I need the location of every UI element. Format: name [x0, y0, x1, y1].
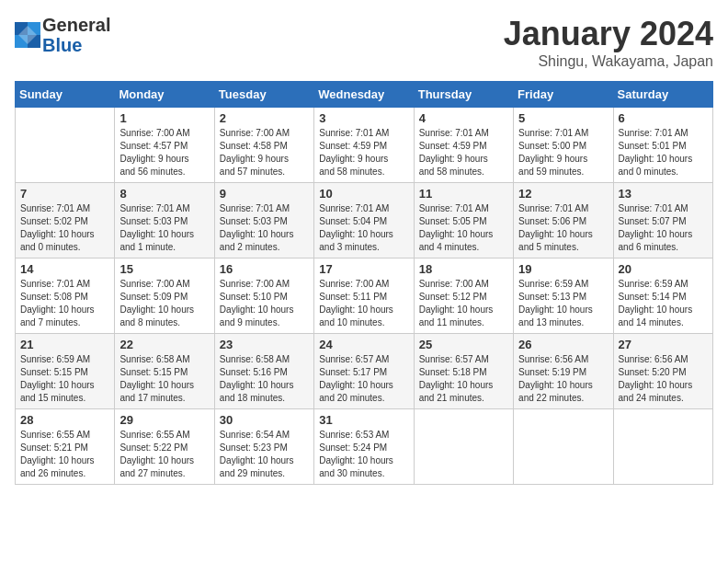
calendar-cell: 9Sunrise: 7:01 AMSunset: 5:03 PMDaylight… [214, 183, 313, 259]
day-number: 21 [20, 338, 109, 351]
logo-general: General [42, 15, 110, 35]
day-number: 25 [419, 338, 508, 351]
calendar-cell: 11Sunrise: 7:01 AMSunset: 5:05 PMDayligh… [414, 183, 513, 259]
calendar-cell [514, 409, 613, 485]
day-number: 11 [419, 187, 508, 201]
calendar-cell: 24Sunrise: 6:57 AMSunset: 5:17 PMDayligh… [314, 334, 414, 409]
day-info: Sunrise: 7:00 AMSunset: 4:58 PMDaylight:… [220, 127, 309, 178]
day-info: Sunrise: 7:00 AMSunset: 5:11 PMDaylight:… [319, 278, 408, 329]
calendar-week-1: 7Sunrise: 7:01 AMSunset: 5:02 PMDaylight… [16, 183, 713, 259]
day-number: 1 [119, 111, 209, 125]
calendar-cell: 5Sunrise: 7:01 AMSunset: 5:00 PMDaylight… [514, 108, 613, 183]
day-info: Sunrise: 7:01 AMSunset: 5:00 PMDaylight:… [518, 127, 608, 178]
day-number: 19 [518, 262, 608, 276]
day-info: Sunrise: 7:01 AMSunset: 5:06 PMDaylight:… [518, 202, 608, 254]
calendar-cell: 8Sunrise: 7:01 AMSunset: 5:03 PMDaylight… [115, 183, 214, 259]
calendar-cell: 2Sunrise: 7:00 AMSunset: 4:58 PMDaylight… [214, 108, 313, 183]
day-number: 5 [518, 111, 608, 125]
calendar-cell: 26Sunrise: 6:56 AMSunset: 5:19 PMDayligh… [514, 334, 613, 409]
day-info: Sunrise: 7:01 AMSunset: 5:08 PMDaylight:… [20, 278, 109, 329]
calendar-cell: 31Sunrise: 6:53 AMSunset: 5:24 PMDayligh… [314, 409, 414, 485]
calendar-cell: 22Sunrise: 6:58 AMSunset: 5:15 PMDayligh… [115, 334, 214, 409]
day-info: Sunrise: 7:00 AMSunset: 5:10 PMDaylight:… [220, 278, 309, 329]
day-info: Sunrise: 6:57 AMSunset: 5:17 PMDaylight:… [319, 353, 408, 405]
calendar-cell: 28Sunrise: 6:55 AMSunset: 5:21 PMDayligh… [16, 409, 115, 485]
day-number: 18 [419, 262, 508, 276]
day-number: 20 [619, 262, 708, 276]
weekday-header-friday: Friday [514, 82, 613, 108]
calendar-cell: 18Sunrise: 7:00 AMSunset: 5:12 PMDayligh… [414, 259, 513, 334]
day-number: 4 [419, 111, 508, 125]
day-number: 22 [119, 338, 209, 351]
day-number: 16 [220, 262, 309, 276]
day-number: 24 [319, 338, 408, 351]
day-info: Sunrise: 7:01 AMSunset: 5:01 PMDaylight:… [619, 127, 708, 178]
calendar-cell: 14Sunrise: 7:01 AMSunset: 5:08 PMDayligh… [16, 259, 115, 334]
day-info: Sunrise: 6:59 AMSunset: 5:14 PMDaylight:… [619, 278, 708, 329]
day-info: Sunrise: 6:55 AMSunset: 5:22 PMDaylight:… [119, 429, 209, 480]
logo-icon [15, 22, 40, 48]
calendar-cell: 10Sunrise: 7:01 AMSunset: 5:04 PMDayligh… [314, 183, 414, 259]
weekday-header-monday: Monday [115, 82, 214, 108]
calendar-cell: 20Sunrise: 6:59 AMSunset: 5:14 PMDayligh… [613, 259, 712, 334]
day-info: Sunrise: 7:01 AMSunset: 5:03 PMDaylight:… [220, 202, 309, 254]
day-info: Sunrise: 7:01 AMSunset: 4:59 PMDaylight:… [419, 127, 508, 178]
day-number: 7 [20, 187, 109, 201]
page-header: General Blue January 2024 Shingu, Wakaya… [15, 15, 713, 70]
day-info: Sunrise: 6:57 AMSunset: 5:18 PMDaylight:… [419, 353, 508, 405]
calendar-cell [16, 108, 115, 183]
day-number: 27 [619, 338, 708, 351]
calendar-cell: 12Sunrise: 7:01 AMSunset: 5:06 PMDayligh… [514, 183, 613, 259]
day-number: 12 [518, 187, 608, 201]
calendar-cell: 4Sunrise: 7:01 AMSunset: 4:59 PMDaylight… [414, 108, 513, 183]
calendar-cell: 3Sunrise: 7:01 AMSunset: 4:59 PMDaylight… [314, 108, 414, 183]
weekday-header-thursday: Thursday [414, 82, 513, 108]
day-number: 3 [319, 111, 408, 125]
day-info: Sunrise: 6:56 AMSunset: 5:20 PMDaylight:… [619, 353, 708, 405]
calendar-cell: 1Sunrise: 7:00 AMSunset: 4:57 PMDaylight… [115, 108, 214, 183]
day-info: Sunrise: 6:53 AMSunset: 5:24 PMDaylight:… [319, 429, 408, 480]
calendar-cell: 7Sunrise: 7:01 AMSunset: 5:02 PMDaylight… [16, 183, 115, 259]
calendar-cell [613, 409, 712, 485]
calendar-cell: 25Sunrise: 6:57 AMSunset: 5:18 PMDayligh… [414, 334, 513, 409]
weekday-header-sunday: Sunday [16, 82, 115, 108]
day-info: Sunrise: 7:01 AMSunset: 4:59 PMDaylight:… [319, 127, 408, 178]
day-number: 17 [319, 262, 408, 276]
day-info: Sunrise: 7:00 AMSunset: 5:12 PMDaylight:… [419, 278, 508, 329]
day-number: 28 [20, 413, 109, 427]
logo: General Blue [15, 15, 110, 55]
calendar-cell: 27Sunrise: 6:56 AMSunset: 5:20 PMDayligh… [613, 334, 712, 409]
day-number: 30 [220, 413, 309, 427]
calendar-cell: 13Sunrise: 7:01 AMSunset: 5:07 PMDayligh… [613, 183, 712, 259]
calendar-cell: 16Sunrise: 7:00 AMSunset: 5:10 PMDayligh… [214, 259, 313, 334]
day-number: 31 [319, 413, 408, 427]
day-info: Sunrise: 6:55 AMSunset: 5:21 PMDaylight:… [20, 429, 109, 480]
calendar-week-4: 28Sunrise: 6:55 AMSunset: 5:21 PMDayligh… [16, 409, 713, 485]
calendar-cell: 19Sunrise: 6:59 AMSunset: 5:13 PMDayligh… [514, 259, 613, 334]
day-number: 15 [119, 262, 209, 276]
day-number: 14 [20, 262, 109, 276]
day-info: Sunrise: 7:01 AMSunset: 5:02 PMDaylight:… [20, 202, 109, 254]
location-subtitle: Shingu, Wakayama, Japan [504, 53, 713, 70]
weekday-header-tuesday: Tuesday [214, 82, 313, 108]
day-info: Sunrise: 6:54 AMSunset: 5:23 PMDaylight:… [220, 429, 309, 480]
day-number: 26 [518, 338, 608, 351]
day-info: Sunrise: 7:00 AMSunset: 5:09 PMDaylight:… [119, 278, 209, 329]
calendar-cell: 21Sunrise: 6:59 AMSunset: 5:15 PMDayligh… [16, 334, 115, 409]
day-info: Sunrise: 7:01 AMSunset: 5:07 PMDaylight:… [619, 202, 708, 254]
weekday-header-wednesday: Wednesday [314, 82, 414, 108]
calendar-cell: 17Sunrise: 7:00 AMSunset: 5:11 PMDayligh… [314, 259, 414, 334]
calendar-cell: 23Sunrise: 6:58 AMSunset: 5:16 PMDayligh… [214, 334, 313, 409]
day-info: Sunrise: 6:59 AMSunset: 5:13 PMDaylight:… [518, 278, 608, 329]
calendar-cell: 15Sunrise: 7:00 AMSunset: 5:09 PMDayligh… [115, 259, 214, 334]
calendar-cell: 30Sunrise: 6:54 AMSunset: 5:23 PMDayligh… [214, 409, 313, 485]
weekday-header-row: SundayMondayTuesdayWednesdayThursdayFrid… [16, 82, 713, 108]
day-info: Sunrise: 7:00 AMSunset: 4:57 PMDaylight:… [119, 127, 209, 178]
day-number: 23 [220, 338, 309, 351]
day-number: 9 [220, 187, 309, 201]
calendar-cell [414, 409, 513, 485]
day-number: 8 [119, 187, 209, 201]
day-info: Sunrise: 6:58 AMSunset: 5:16 PMDaylight:… [220, 353, 309, 405]
day-info: Sunrise: 7:01 AMSunset: 5:04 PMDaylight:… [319, 202, 408, 254]
calendar-cell: 6Sunrise: 7:01 AMSunset: 5:01 PMDaylight… [613, 108, 712, 183]
